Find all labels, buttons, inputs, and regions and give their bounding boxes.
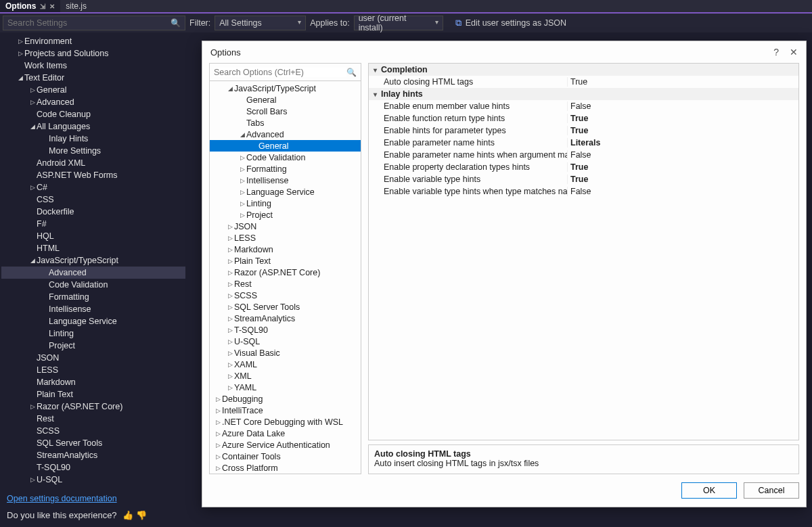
- options-tree-item[interactable]: ·General: [210, 94, 361, 106]
- options-tree-item[interactable]: ▷Linting: [210, 198, 361, 209]
- options-tree-item[interactable]: ▷Azure Data Lake: [210, 428, 361, 439]
- tree-item[interactable]: ▷General: [1, 84, 185, 96]
- property-value[interactable]: False: [567, 187, 798, 196]
- property-value[interactable]: True: [567, 77, 798, 87]
- property-value[interactable]: True: [567, 162, 798, 172]
- tree-item[interactable]: ◢JavaScript/TypeScript: [1, 254, 185, 267]
- tree-item[interactable]: ·SCSS: [1, 425, 185, 437]
- close-icon[interactable]: ✕: [790, 47, 798, 58]
- options-tree-item[interactable]: ▷Razor (ASP.NET Core): [210, 267, 361, 278]
- options-tree-item[interactable]: ▷Code Validation: [210, 152, 361, 163]
- tree-item[interactable]: ·Code Cleanup: [1, 108, 185, 120]
- thumbs-down-icon[interactable]: 👎: [136, 510, 147, 520]
- filter-combo[interactable]: All Settings: [215, 16, 306, 30]
- property-value[interactable]: False: [567, 101, 798, 111]
- tree-item[interactable]: ▷U-SQL: [1, 474, 185, 486]
- options-tree-item[interactable]: ▷IntelliTrace: [210, 405, 361, 416]
- options-tree-item[interactable]: ▷Debugging: [210, 393, 361, 405]
- property-row[interactable]: Enable hints for parameter typesTrue: [369, 124, 798, 137]
- options-tree-item[interactable]: ▷Intellisense: [210, 175, 361, 186]
- close-icon[interactable]: ✕: [49, 3, 55, 10]
- property-row[interactable]: Auto closing HTML tagsTrue: [369, 76, 798, 88]
- tree-item[interactable]: ▷Environment: [1, 35, 185, 47]
- tree-item[interactable]: ·LESS: [1, 364, 185, 376]
- settings-docs-link[interactable]: Open settings documentation: [7, 494, 117, 503]
- tree-item[interactable]: ·Plain Text: [1, 388, 185, 400]
- tree-item[interactable]: ·Formatting: [1, 291, 185, 303]
- tree-item[interactable]: ·ASP.NET Web Forms: [1, 169, 185, 181]
- tree-item[interactable]: ▷C#: [1, 181, 185, 193]
- tab-sitejs[interactable]: site.js: [60, 0, 92, 12]
- tree-item[interactable]: ·Rest: [1, 413, 185, 425]
- search-settings-input[interactable]: [7, 18, 171, 28]
- tree-item[interactable]: ·Language Service: [1, 315, 185, 327]
- tree-item[interactable]: ·More Settings: [1, 145, 185, 157]
- options-tree-item[interactable]: ▷Container Tools: [210, 451, 361, 462]
- search-settings-box[interactable]: 🔍: [3, 16, 185, 30]
- edit-json-link[interactable]: ⧉ Edit user settings as JSON: [455, 18, 566, 28]
- tab-options[interactable]: Options ⇲ ✕: [0, 0, 60, 12]
- collapse-icon[interactable]: ▾: [369, 66, 381, 74]
- tree-item[interactable]: ◢All Languages: [1, 120, 185, 133]
- cancel-button[interactable]: Cancel: [744, 482, 799, 499]
- collapse-icon[interactable]: ▾: [369, 91, 381, 98]
- options-tree-item[interactable]: ▷StreamAnalytics: [210, 313, 361, 324]
- property-row[interactable]: Enable variable type hintsTrue: [369, 173, 798, 185]
- property-value[interactable]: Literals: [567, 138, 798, 147]
- options-tree-item[interactable]: ·General: [210, 140, 361, 152]
- options-search-box[interactable]: 🔍: [210, 64, 361, 81]
- tree-item[interactable]: ·JSON: [1, 352, 185, 364]
- options-tree-item[interactable]: ▷Visual Basic: [210, 347, 361, 359]
- tree-item[interactable]: ·CSS: [1, 193, 185, 206]
- pin-icon[interactable]: ⇲: [40, 3, 45, 10]
- options-tree-item[interactable]: ▷LESS: [210, 232, 361, 244]
- tree-item[interactable]: ·Markdown: [1, 376, 185, 388]
- options-tree-item[interactable]: ▷Azure Service Authentication: [210, 439, 361, 451]
- options-tree-item[interactable]: ▷Project: [210, 209, 361, 221]
- tree-item[interactable]: ▷Advanced: [1, 96, 185, 108]
- tree-item[interactable]: ·Intellisense: [1, 303, 185, 315]
- property-category[interactable]: ▾Completion: [369, 64, 798, 76]
- options-tree-item[interactable]: ·Scroll Bars: [210, 106, 361, 117]
- tree-item[interactable]: ·T-SQL90: [1, 461, 185, 474]
- property-row[interactable]: Enable parameter name hintsLiterals: [369, 137, 798, 149]
- options-tree-item[interactable]: ▷Plain Text: [210, 255, 361, 267]
- applies-combo[interactable]: user (current install): [354, 16, 443, 30]
- options-tree-item[interactable]: ◢Advanced: [210, 129, 361, 140]
- tree-item[interactable]: ·SQL Server Tools: [1, 437, 185, 449]
- thumbs-up-icon[interactable]: 👍: [122, 510, 133, 520]
- options-tree-item[interactable]: ◢JavaScript/TypeScript: [210, 83, 361, 94]
- options-search-input[interactable]: [214, 68, 346, 77]
- tree-item[interactable]: ·F#: [1, 218, 185, 230]
- tree-item[interactable]: ·Advanced: [1, 267, 185, 279]
- tree-item[interactable]: ·StreamAnalytics: [1, 449, 185, 461]
- tree-item[interactable]: ▷Razor (ASP.NET Core): [1, 400, 185, 413]
- property-row[interactable]: Enable enum member value hintsFalse: [369, 100, 798, 112]
- tree-item[interactable]: ·Dockerfile: [1, 206, 185, 218]
- help-icon[interactable]: ?: [773, 47, 779, 58]
- tree-item[interactable]: ▷Projects and Solutions: [1, 47, 185, 60]
- property-row[interactable]: Enable variable type hints when type mat…: [369, 185, 798, 198]
- property-value[interactable]: True: [567, 175, 798, 184]
- tree-item[interactable]: ·Inlay Hints: [1, 133, 185, 145]
- ok-button[interactable]: OK: [681, 482, 737, 499]
- property-value[interactable]: False: [567, 150, 798, 160]
- options-tree-item[interactable]: ▷YAML: [210, 382, 361, 393]
- settings-category-tree[interactable]: ▷Environment▷Projects and Solutions·Work…: [0, 32, 187, 487]
- property-value[interactable]: True: [567, 114, 798, 123]
- options-tree-item[interactable]: ▷Rest: [210, 278, 361, 290]
- tree-item[interactable]: ·Linting: [1, 327, 185, 340]
- options-tree-item[interactable]: ▷JSON: [210, 221, 361, 232]
- options-tree-item[interactable]: ·Tabs: [210, 117, 361, 129]
- property-grid[interactable]: ▾CompletionAuto closing HTML tagsTrue▾In…: [368, 63, 799, 440]
- options-tree-item[interactable]: ▷SQL Server Tools: [210, 301, 361, 313]
- options-tree-item[interactable]: ▷Language Service: [210, 186, 361, 198]
- options-tree-item[interactable]: ▷.NET Core Debugging with WSL: [210, 416, 361, 428]
- options-tree-item[interactable]: ▷XAML: [210, 359, 361, 370]
- tree-item[interactable]: ·Work Items: [1, 60, 185, 72]
- property-row[interactable]: Enable function return type hintsTrue: [369, 112, 798, 124]
- options-tree[interactable]: ◢JavaScript/TypeScript·General·Scroll Ba…: [210, 81, 361, 474]
- options-tree-item[interactable]: ▷Formatting: [210, 163, 361, 175]
- tree-item[interactable]: ·Code Validation: [1, 279, 185, 291]
- tree-item[interactable]: ·Project: [1, 340, 185, 352]
